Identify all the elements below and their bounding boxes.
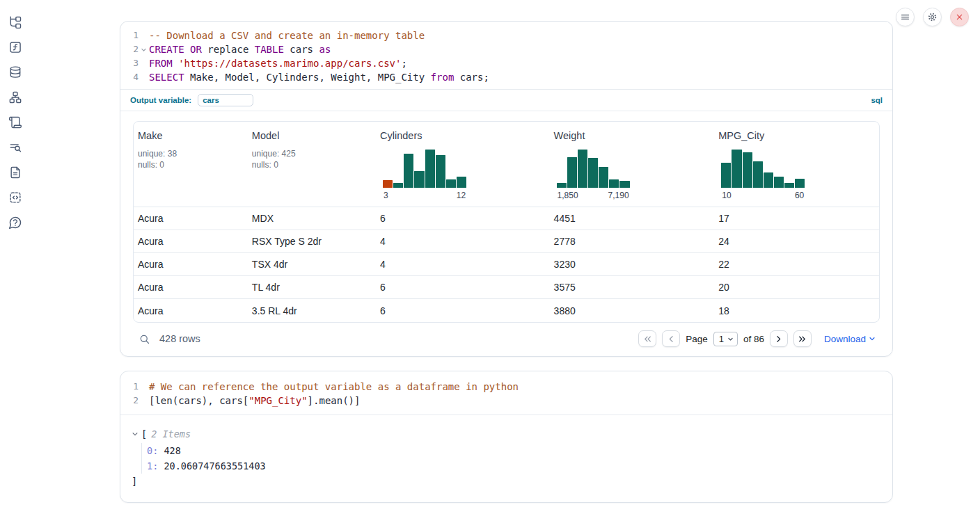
scratchpad-icon[interactable] [8,115,23,130]
table-cell: MDX [248,213,376,224]
histogram-bar[interactable] [721,163,731,188]
file-explorer-icon[interactable] [8,15,23,30]
column-histogram[interactable] [721,150,805,188]
histogram-bar[interactable] [393,183,403,188]
tree-root[interactable]: [ 2 Items [132,427,881,441]
documentation-icon[interactable] [8,165,23,180]
table-row[interactable]: AcuraTL 4dr6357520 [134,276,879,299]
snippets-icon[interactable] [8,190,23,205]
column-histogram[interactable] [383,150,466,188]
line-number: 1 [120,29,139,42]
python-code-editor[interactable]: 1# We can reference the output variable … [120,371,892,415]
dependency-graph-icon[interactable] [8,90,23,105]
table-cell: TL 4dr [248,282,376,293]
histogram-bar[interactable] [578,150,587,188]
column-header[interactable]: Cylinders312 [376,122,550,207]
logs-icon[interactable] [8,140,23,155]
prev-page-button[interactable] [662,330,680,347]
table-row[interactable]: AcuraRSX Type S 2dr4277824 [134,230,879,253]
code-line[interactable]: 2CREATE OR replace TABLE cars as [120,42,892,56]
download-button[interactable]: Download [824,334,876,344]
table-footer: 428 rows Page 1 [133,323,880,351]
settings-button[interactable] [923,8,942,26]
histogram-bar[interactable] [457,177,466,188]
column-header[interactable]: Modelunique: 425nulls: 0 [248,122,376,207]
fold-gutter [139,56,149,70]
fold-gutter [139,70,149,84]
histogram-bar[interactable] [436,155,445,188]
histogram-bar[interactable] [383,180,393,188]
tree-item: 1: 20.060747663551403 [147,458,881,474]
histogram-bar[interactable] [425,150,435,188]
histogram-bar[interactable] [784,183,794,188]
table-cell: 3.5 RL 4dr [248,305,376,316]
pagination: Page 1 of 86 [638,330,876,347]
histogram-bar[interactable] [619,181,629,188]
sql-code-editor[interactable]: 1-- Download a CSV and create an in-memo… [120,22,892,89]
language-badge: sql [871,96,883,104]
search-icon[interactable] [139,333,150,345]
table-cell: 4451 [550,213,715,224]
histogram-bar[interactable] [567,157,577,188]
table-cell: 20 [714,282,879,293]
code-line[interactable]: 2[len(cars), cars["MPG_City"].mean()] [120,394,892,408]
table-cell: Acura [134,236,248,247]
histogram-bar[interactable] [446,179,456,188]
line-number: 1 [120,380,139,394]
next-page-button[interactable] [770,330,788,347]
histogram-bar[interactable] [599,167,608,188]
table-cell: 4 [376,259,550,270]
histogram-bar[interactable] [588,158,598,188]
code-line[interactable]: 4SELECT Make, Model, Cylinders, Weight, … [120,70,892,84]
code-line[interactable]: 1-- Download a CSV and create an in-memo… [120,29,892,42]
column-header[interactable]: MPG_City1060 [714,122,879,207]
code-line[interactable]: 1# We can reference the output variable … [120,380,892,394]
table-cell: 22 [714,259,879,270]
tree-item-value: 20.060747663551403 [158,460,265,472]
tree-item-value: 428 [158,445,181,456]
last-page-button[interactable] [793,330,812,347]
page-label: Page [686,334,708,344]
column-histogram[interactable] [557,150,630,188]
notebook-actions [896,8,969,26]
table-row[interactable]: AcuraMDX6445117 [134,207,879,230]
fold-chevron-icon[interactable] [139,42,149,56]
chevron-down-icon[interactable] [132,430,140,437]
table-cell: TSX 4dr [248,259,376,270]
histogram-bar[interactable] [557,183,567,188]
table-cell: 17 [714,213,879,224]
fold-gutter [139,394,149,408]
chevron-down-icon [869,335,876,342]
line-number: 4 [120,70,139,84]
shutdown-button[interactable] [950,8,969,26]
page-select[interactable]: 1 [713,332,738,346]
first-page-button[interactable] [638,330,656,347]
histogram-bar[interactable] [743,152,752,188]
histogram-bar[interactable] [795,179,805,188]
histogram-bar[interactable] [753,161,763,188]
column-header[interactable]: Makeunique: 38nulls: 0 [134,122,248,207]
output-variable-input[interactable] [198,94,253,106]
datasources-icon[interactable] [8,65,23,80]
code-text: -- Download a CSV and create an in-memor… [149,29,892,42]
table-cell: RSX Type S 2dr [248,236,376,247]
column-stats: unique: 38nulls: 0 [138,148,248,170]
histogram-bar[interactable] [732,150,741,188]
histogram-bar[interactable] [764,172,773,188]
variables-icon[interactable] [8,40,23,55]
code-line[interactable]: 3FROM 'https://datasets.marimo.app/cars.… [120,56,892,70]
cell-sql: 1-- Download a CSV and create an in-memo… [120,21,893,357]
table-cell: 6 [376,305,550,316]
table-row[interactable]: AcuraTSX 4dr4323022 [134,253,879,276]
histogram-bar[interactable] [414,171,424,188]
line-number: 2 [120,42,139,56]
histogram-bar[interactable] [609,179,619,188]
column-header[interactable]: Weight1,8507,190 [550,122,715,207]
chevron-down-icon [727,336,734,342]
help-icon[interactable] [8,215,23,230]
fold-gutter [139,380,149,394]
menu-button[interactable] [896,8,915,26]
table-row[interactable]: Acura3.5 RL 4dr6388018 [134,299,879,322]
histogram-bar[interactable] [404,154,413,188]
histogram-bar[interactable] [774,177,784,188]
